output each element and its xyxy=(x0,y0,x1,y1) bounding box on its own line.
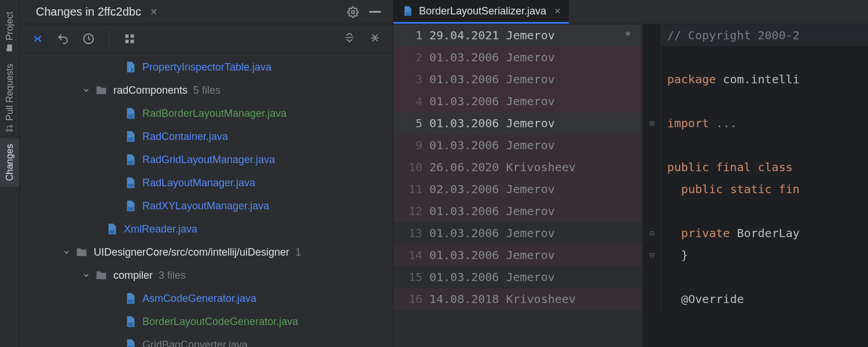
chevron-down-icon[interactable] xyxy=(82,271,95,279)
annotate-column[interactable]: 129.04.2021 Jemerov*201.03.2006 Jemerov3… xyxy=(393,24,642,347)
annotate-row[interactable]: 901.03.2006 Jemerov xyxy=(393,134,642,156)
group-by-icon[interactable] xyxy=(121,30,138,47)
svg-rect-13 xyxy=(128,138,133,141)
annotate-text: 01.03.2006 Jemerov xyxy=(429,226,635,240)
annotate-row[interactable]: 501.03.2006 Jemerov xyxy=(393,112,642,134)
tree-folder[interactable]: compiler 3 files xyxy=(20,264,393,287)
editor-panel: BorderLayoutSerializer.java × 129.04.202… xyxy=(393,0,868,347)
file-name: RadGridLayoutManager.java xyxy=(142,154,275,166)
java-file-icon xyxy=(124,292,137,305)
history-icon[interactable] xyxy=(80,30,97,47)
fold-icon[interactable]: ⊟ xyxy=(643,222,661,244)
java-file-icon xyxy=(105,223,118,235)
code-text: public final class xyxy=(661,160,793,174)
annotate-row[interactable]: 1401.03.2006 Jemerov xyxy=(393,244,642,266)
annotate-row[interactable]: 129.04.2021 Jemerov* xyxy=(393,24,642,46)
tree-folder[interactable]: UIDesignerCore/src/com/intellij/uiDesign… xyxy=(20,241,393,264)
tree-file[interactable]: AsmCodeGenerator.java xyxy=(20,287,393,310)
tree-file[interactable]: RadContainer.java xyxy=(20,125,393,148)
tree-file[interactable]: RadGridLayoutManager.java xyxy=(20,148,393,171)
annotate-text: 29.04.2021 Jemerov xyxy=(429,28,624,42)
folder-icon xyxy=(95,84,108,96)
tree-file[interactable]: RadBorderLayoutManager.java xyxy=(20,102,393,125)
annotate-row[interactable]: 401.03.2006 Jemerov xyxy=(393,90,642,112)
gear-icon[interactable] xyxy=(344,3,362,21)
file-name: RadXYLayoutManager.java xyxy=(142,200,269,212)
tree-file[interactable]: GridBagConverter.java xyxy=(20,333,393,347)
annotate-text: 14.08.2018 Krivosheev xyxy=(429,292,635,306)
annotate-row[interactable]: 1026.06.2020 Krivosheev xyxy=(393,156,642,178)
close-icon[interactable]: × xyxy=(554,5,561,17)
annotate-text: 01.03.2006 Jemerov xyxy=(429,138,635,152)
close-icon[interactable]: × xyxy=(150,5,157,19)
file-name: RadBorderLayoutManager.java xyxy=(142,108,286,120)
file-name: XmlReader.java xyxy=(124,223,197,235)
chevron-down-icon[interactable] xyxy=(62,248,75,256)
tree-file[interactable]: RadLayoutManager.java xyxy=(20,171,393,194)
annotate-text: 01.03.2006 Jemerov xyxy=(429,248,635,262)
annotate-row[interactable]: 1614.08.2018 Krivosheev xyxy=(393,288,642,310)
java-file-icon xyxy=(402,5,413,17)
fold-icon[interactable]: ⊟ xyxy=(643,244,661,266)
tree-folder[interactable]: radComponents 5 files xyxy=(20,79,393,102)
annotate-row[interactable]: 1102.03.2006 Jemerov xyxy=(393,178,642,200)
code-area[interactable]: // Copyright 2000-2 package com.intelli … xyxy=(642,24,868,347)
folder-name: compiler xyxy=(113,270,153,282)
compare-icon[interactable] xyxy=(29,30,46,47)
file-name: GridBagConverter.java xyxy=(142,339,248,348)
annotate-row[interactable]: 1501.03.2006 Jemerov xyxy=(393,266,642,288)
line-number: 15 xyxy=(393,270,422,284)
java-file-icon xyxy=(124,153,137,166)
tree-file[interactable]: BorderLayoutCodeGenerator.java xyxy=(20,310,393,333)
tree-file[interactable]: J PropertyInspectorTable.java xyxy=(20,56,393,79)
chevron-down-icon[interactable] xyxy=(82,86,95,94)
java-file-icon xyxy=(124,130,137,143)
side-tab-label: Changes xyxy=(5,144,15,181)
svg-rect-6 xyxy=(126,34,129,38)
annotate-row[interactable]: 201.03.2006 Jemerov xyxy=(393,46,642,68)
svg-point-3 xyxy=(352,10,355,13)
svg-rect-9 xyxy=(131,39,134,43)
annotate-text: 01.03.2006 Jemerov xyxy=(429,204,635,218)
svg-rect-8 xyxy=(126,39,129,43)
line-number: 12 xyxy=(393,204,422,218)
side-tab-changes[interactable]: Changes xyxy=(0,138,19,187)
revert-icon[interactable] xyxy=(54,30,72,47)
file-name: RadLayoutManager.java xyxy=(142,177,255,189)
folder-icon xyxy=(95,270,108,281)
changes-tree[interactable]: J PropertyInspectorTable.java radCompone… xyxy=(20,53,393,347)
code-text: @Override xyxy=(661,292,744,306)
code-text: // Copyright 2000-2 xyxy=(661,28,800,42)
file-count: 5 files xyxy=(193,84,220,97)
line-number: 11 xyxy=(393,182,422,196)
line-number: 16 xyxy=(393,292,422,306)
svg-text:J: J xyxy=(128,68,130,72)
collapse-all-icon[interactable] xyxy=(366,30,384,47)
tree-file[interactable]: RadXYLayoutManager.java xyxy=(20,194,393,217)
svg-rect-15 xyxy=(128,184,133,187)
minimize-icon[interactable] xyxy=(366,3,384,21)
annotate-text: 02.03.2006 Jemerov xyxy=(429,182,635,196)
annotate-text: 26.06.2020 Krivosheev xyxy=(429,160,635,174)
folder-icon xyxy=(75,246,88,258)
code-text: private BorderLay xyxy=(661,226,800,240)
line-number: 1 xyxy=(393,28,422,42)
annotate-row[interactable]: 1301.03.2006 Jemerov xyxy=(393,222,642,244)
file-count: 1 xyxy=(295,246,301,259)
side-tab-pull-requests[interactable]: Pull Requests xyxy=(0,58,19,138)
annotate-row[interactable]: 301.03.2006 Jemerov xyxy=(393,68,642,90)
side-tab-project[interactable]: Project xyxy=(0,6,19,58)
code-text: package com.intelli xyxy=(661,72,800,86)
annotate-row[interactable]: 1201.03.2006 Jemerov xyxy=(393,200,642,222)
java-file-icon xyxy=(124,338,137,347)
annotate-text: 01.03.2006 Jemerov xyxy=(429,116,635,130)
fold-icon[interactable]: ⊞ xyxy=(643,112,661,134)
file-name: AsmCodeGenerator.java xyxy=(142,293,256,305)
editor-tab[interactable]: BorderLayoutSerializer.java × xyxy=(393,0,569,24)
line-number: 13 xyxy=(393,226,422,240)
expand-all-icon[interactable] xyxy=(341,30,358,47)
side-tab-label: Pull Requests xyxy=(5,64,15,121)
tree-file[interactable]: XmlReader.java xyxy=(20,217,393,241)
line-number: 14 xyxy=(393,248,422,262)
tool-window-tabs: Project Pull Requests Changes xyxy=(0,0,20,347)
